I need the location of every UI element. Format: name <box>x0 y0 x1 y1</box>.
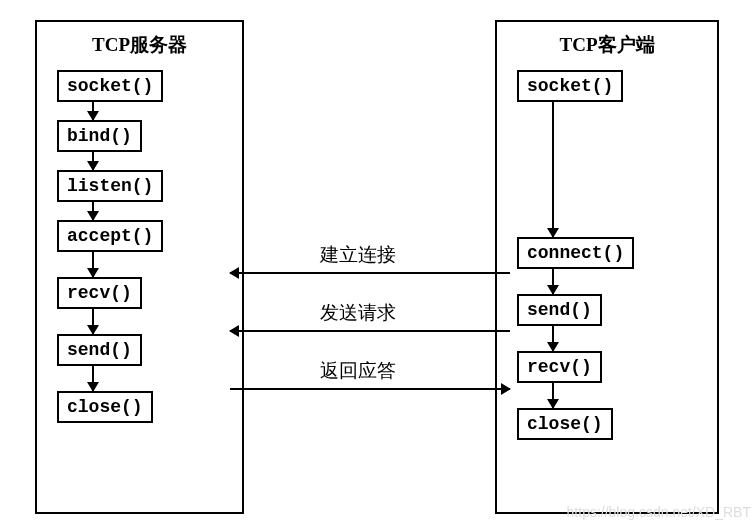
client-container: TCP客户端 socket() connect() send() recv() … <box>495 20 719 514</box>
server-listen-step: listen() <box>57 170 163 202</box>
arrow-down-icon <box>92 152 94 170</box>
client-send-step: send() <box>517 294 602 326</box>
server-recv-step: recv() <box>57 277 142 309</box>
server-bind-step: bind() <box>57 120 142 152</box>
server-steps: socket() bind() listen() accept() recv()… <box>52 70 227 423</box>
establish-label: 建立连接 <box>320 242 396 268</box>
client-connect-step: connect() <box>517 237 634 269</box>
request-arrow-icon <box>230 330 510 332</box>
arrow-down-icon <box>92 252 94 277</box>
response-label: 返回应答 <box>320 358 396 384</box>
server-send-step: send() <box>57 334 142 366</box>
server-socket-step: socket() <box>57 70 163 102</box>
server-accept-step: accept() <box>57 220 163 252</box>
server-title: TCP服务器 <box>52 32 227 58</box>
watermark: https://blog.csdn.net/XD_RBT <box>567 504 751 520</box>
arrow-down-icon <box>92 102 94 120</box>
arrow-down-icon <box>552 326 554 351</box>
client-steps: socket() connect() send() recv() close() <box>512 70 702 440</box>
client-close-step: close() <box>517 408 613 440</box>
server-container: TCP服务器 socket() bind() listen() accept()… <box>35 20 244 514</box>
arrow-down-icon <box>92 309 94 334</box>
arrow-down-icon <box>92 202 94 220</box>
arrow-down-icon <box>552 102 554 237</box>
establish-arrow-icon <box>230 272 510 274</box>
server-close-step: close() <box>57 391 153 423</box>
arrow-down-icon <box>92 366 94 391</box>
response-arrow-icon <box>230 388 510 390</box>
arrow-down-icon <box>552 269 554 294</box>
arrow-down-icon <box>552 383 554 408</box>
client-title: TCP客户端 <box>512 32 702 58</box>
client-recv-step: recv() <box>517 351 602 383</box>
client-socket-step: socket() <box>517 70 623 102</box>
request-label: 发送请求 <box>320 300 396 326</box>
